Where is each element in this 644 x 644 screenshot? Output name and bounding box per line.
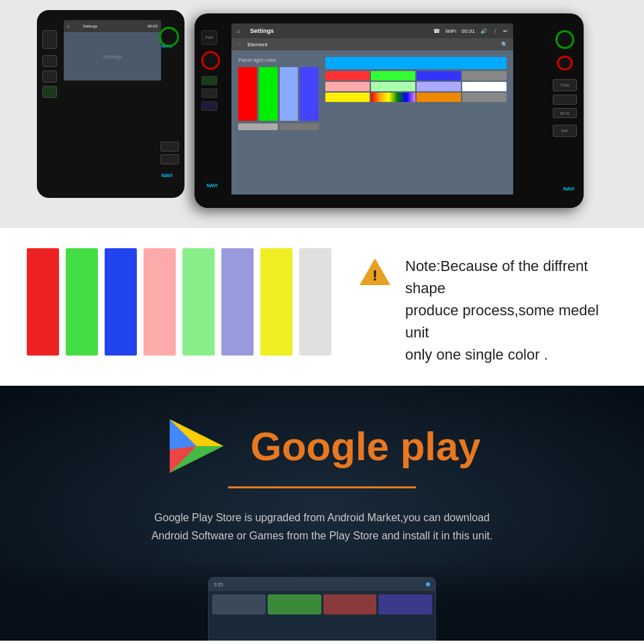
pwr-button[interactable]	[42, 30, 57, 49]
unit-button-1[interactable]	[42, 55, 57, 67]
left-knob[interactable]	[159, 27, 179, 47]
screen-title-left: Settings	[83, 24, 98, 28]
right-btn-1[interactable]	[160, 142, 179, 152]
screen-home: ⌂	[237, 28, 240, 34]
back-btn[interactable]	[201, 89, 217, 98]
home-btn[interactable]	[201, 76, 217, 85]
bt-icon: ☎	[433, 28, 440, 34]
left-screen: ⌂ Settings 00:02 Settings	[64, 20, 161, 80]
bar-blue-light	[280, 67, 299, 121]
note-line1: Note:Because of the diffrent shape	[405, 258, 588, 297]
screen-content-left: Settings	[103, 54, 122, 60]
ps-time: 3:35	[214, 582, 223, 587]
pwr-label[interactable]: PWR	[201, 30, 217, 45]
screen-time-left: 00:02	[148, 24, 158, 28]
mute-label[interactable]: MUTE	[553, 108, 577, 118]
demo-bar-purple	[221, 248, 254, 356]
back-icon: ↩	[503, 28, 508, 34]
nav-btn[interactable]	[201, 101, 217, 111]
demo-bar-white	[299, 248, 331, 356]
slider-track[interactable]	[238, 123, 278, 130]
wifi-icon: WiFi	[445, 28, 456, 34]
right-btn-2[interactable]	[160, 154, 179, 164]
swatch-rainbow[interactable]	[371, 93, 415, 102]
swatch-r5[interactable]	[325, 82, 370, 91]
swatch-r3[interactable]	[417, 71, 461, 80]
screen-home-icon: ⌂	[67, 24, 70, 28]
demo-bar-green	[66, 248, 98, 356]
color-swatches-area	[325, 57, 506, 102]
back-arrow[interactable]: ←	[237, 42, 242, 48]
right-knob-red[interactable]	[557, 56, 573, 70]
ps-app-1	[212, 594, 266, 614]
search-screen-icon[interactable]: 🔍	[501, 42, 508, 48]
note-text: Note:Because of the diffrent shape produ…	[405, 255, 617, 366]
middle-section: ! Note:Because of the diffrent shape pro…	[0, 228, 644, 386]
navi-label-3: NAVI	[207, 183, 217, 188]
google-play-description: Google Play Store is upgraded from Andro…	[152, 508, 493, 545]
desc-line1: Google Play Store is upgraded from Andro…	[154, 512, 490, 523]
demo-bar-light-green	[182, 248, 215, 356]
swatch-gray[interactable]	[462, 93, 506, 102]
swatch-r9[interactable]	[325, 93, 370, 102]
ps-app-3	[323, 594, 377, 614]
navi-label-4: NAVI	[564, 186, 574, 191]
note-line2: produce process,some medel unit	[405, 302, 599, 341]
bar-green	[259, 67, 278, 121]
red-knob[interactable]	[201, 51, 220, 70]
google-play-underline	[228, 486, 416, 488]
main-screen: ⌂ Settings ☎ WiFi 00:31 🔊 ⋮ ↩ ← Element …	[231, 23, 513, 195]
demo-bar-yellow	[260, 248, 292, 356]
panel-light-label: Panel light color	[238, 57, 319, 63]
swatch-r4[interactable]	[462, 71, 506, 80]
right-knob-green[interactable]	[555, 30, 574, 49]
unit-button-3[interactable]	[42, 86, 57, 98]
demo-bar-red	[27, 248, 59, 356]
top-section: NAVI ⌂ Settings 00:02 Settings NAVI	[0, 0, 644, 228]
note-line3: only one single color .	[405, 346, 548, 363]
demo-bar-blue	[105, 248, 137, 356]
play-store-screenshot: 3:35	[208, 577, 436, 641]
swatch-r7[interactable]	[417, 82, 461, 91]
swatch-r8[interactable]	[462, 82, 506, 91]
play-logo	[163, 413, 230, 480]
google-play-title: Google play	[250, 423, 480, 470]
panel-light-area: Panel light color	[238, 57, 319, 130]
bottom-section: 3:35 Google play	[0, 386, 644, 641]
color-bars-demo	[27, 248, 331, 356]
element-label: Element	[248, 42, 267, 48]
unit-button-2[interactable]	[42, 70, 57, 83]
ps-dot	[426, 582, 430, 586]
slider-track-2[interactable]	[280, 123, 319, 130]
swatch-orange[interactable]	[417, 93, 461, 102]
svg-text:!: !	[372, 267, 377, 284]
map-label[interactable]: MAP	[553, 125, 577, 137]
note-section: ! Note:Because of the diffrent shape pro…	[358, 248, 617, 366]
ps-app-2	[268, 594, 321, 614]
demo-bar-pink	[144, 248, 176, 356]
swatch-r6[interactable]	[371, 82, 415, 91]
google-play-header: Google play	[163, 413, 480, 480]
bar-blue	[300, 67, 319, 121]
mute-btn[interactable]	[553, 95, 577, 105]
screen-settings-title: Settings	[250, 28, 274, 34]
bar-red	[238, 67, 257, 121]
swatch-r2[interactable]	[371, 71, 415, 80]
warning-icon: !	[358, 255, 392, 288]
swatch-selected[interactable]	[325, 57, 506, 69]
volume-icon: 🔊	[480, 28, 487, 34]
navi-label-2: NAVI	[162, 173, 172, 178]
tune-label[interactable]: TUNE	[553, 79, 577, 91]
settings-icon: ⋮	[492, 28, 498, 34]
swatch-r1[interactable]	[325, 71, 370, 80]
desc-line2: Android Software or Games from the Play …	[152, 530, 493, 541]
screen-time: 00:31	[462, 28, 475, 34]
ps-app-4	[378, 594, 432, 614]
